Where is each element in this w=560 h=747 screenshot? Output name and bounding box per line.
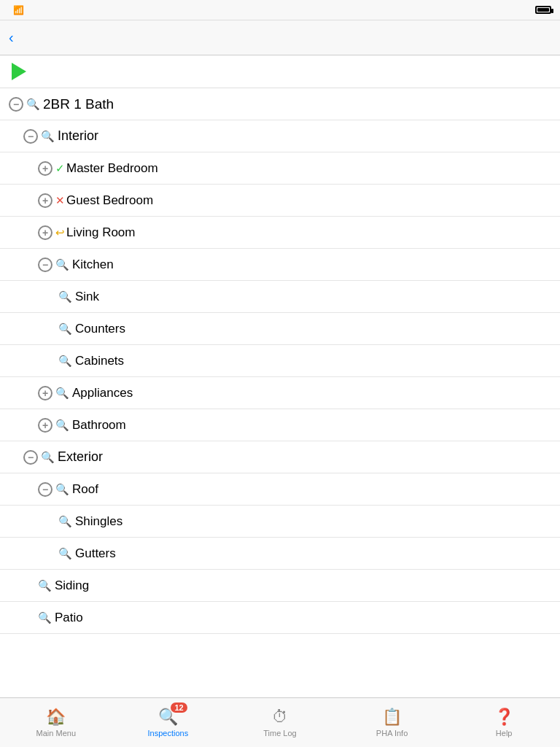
expand-icon-bathroom[interactable]: +: [38, 418, 52, 433]
battery-icon: [535, 6, 551, 14]
row-label-guest-bedroom: Guest Bedroom: [66, 193, 153, 208]
tree-list: −🔍2BR 1 Bath−🔍Interior+✓Master Bedroom+✕…: [0, 88, 560, 634]
inspections-label: Inspections: [148, 729, 189, 738]
row-label-counters: Counters: [75, 322, 125, 336]
pha-info-label: PHA Info: [376, 729, 408, 738]
tree-row-counters[interactable]: 🔍Counters: [0, 313, 560, 345]
collapse-icon-kitchen[interactable]: −: [38, 258, 52, 272]
row-label-patio: Patio: [55, 611, 83, 625]
tab-inspections[interactable]: 🔍12Inspections: [112, 698, 225, 747]
tree-row-gutters[interactable]: 🔍Gutters: [0, 538, 560, 570]
row-label-exterior: Exterior: [58, 449, 103, 465]
tree-row-shingles[interactable]: 🔍Shingles: [0, 506, 560, 538]
tree-row-sink[interactable]: 🔍Sink: [0, 281, 560, 313]
row-label-kitchen: Kitchen: [72, 258, 114, 272]
magnifier-icon-bathroom: 🔍: [55, 419, 69, 432]
row-label-bathroom: Bathroom: [72, 418, 126, 433]
magnifier-icon-appliances: 🔍: [55, 387, 69, 400]
tree-row-roof[interactable]: −🔍Roof: [0, 473, 560, 506]
magnifier-icon-interior: 🔍: [41, 130, 55, 143]
row-label-sink: Sink: [75, 290, 99, 304]
magnifier-icon-cabinets: 🔍: [58, 355, 72, 368]
main-menu-icon: 🏠: [46, 708, 66, 727]
row-label-siding: Siding: [55, 578, 89, 593]
status-left: 📶: [9, 5, 24, 15]
expand-icon-guest-bedroom[interactable]: +: [38, 193, 52, 208]
row-label-master-bedroom: Master Bedroom: [66, 161, 158, 176]
tab-help[interactable]: ❓Help: [448, 698, 560, 747]
tree-row-siding[interactable]: 🔍Siding: [0, 570, 560, 602]
collapse-icon-interior[interactable]: −: [23, 129, 38, 144]
status-x-icon: ✕: [55, 194, 65, 207]
status-check-icon: ✓: [55, 162, 65, 175]
tab-bar: 🏠Main Menu🔍12Inspections⏱Time Log📋PHA In…: [0, 697, 560, 747]
row-label-appliances: Appliances: [72, 386, 133, 400]
inspections-badge: 12: [171, 703, 187, 713]
tab-pha-info[interactable]: 📋PHA Info: [336, 698, 448, 747]
magnifier-icon-shingles: 🔍: [58, 515, 72, 528]
magnifier-icon-exterior: 🔍: [41, 451, 55, 464]
row-label-gutters: Gutters: [75, 546, 116, 561]
wifi-icon: 📶: [13, 5, 24, 15]
row-label-cabinets: Cabinets: [75, 354, 124, 368]
collapse-icon-roof[interactable]: −: [38, 482, 52, 497]
row-label-interior: Interior: [58, 128, 98, 144]
status-right: [531, 6, 551, 14]
magnifier-icon-gutters: 🔍: [58, 547, 72, 560]
magnifier-icon-counters: 🔍: [58, 322, 72, 336]
content-area: −🔍2BR 1 Bath−🔍Interior+✓Master Bedroom+✕…: [0, 55, 560, 684]
tree-row-living-room[interactable]: +↩Living Room: [0, 217, 560, 249]
status-arrow-icon: ↩: [55, 226, 65, 239]
row-label-roof: Roof: [72, 482, 98, 497]
tree-row-guest-bedroom[interactable]: +✕Guest Bedroom: [0, 185, 560, 217]
tree-row-appliances[interactable]: +🔍Appliances: [0, 377, 560, 409]
row-label-shingles: Shingles: [75, 514, 122, 529]
tree-row-bathroom[interactable]: +🔍Bathroom: [0, 409, 560, 441]
expand-icon-master-bedroom[interactable]: +: [38, 161, 52, 176]
tree-row-interior[interactable]: −🔍Interior: [0, 120, 560, 152]
expand-icon-living-room[interactable]: +: [38, 225, 52, 240]
status-bar: 📶: [0, 0, 560, 20]
magnifier-icon-roof: 🔍: [55, 483, 69, 496]
row-label-2br1bath: 2BR 1 Bath: [43, 96, 114, 112]
magnifier-icon-sink: 🔍: [58, 290, 72, 303]
nav-bar: ‹: [0, 20, 560, 55]
collapse-icon-2br1bath[interactable]: −: [9, 97, 23, 112]
tree-row-kitchen[interactable]: −🔍Kitchen: [0, 249, 560, 281]
time-log-icon: ⏱: [272, 708, 288, 727]
magnifier-icon-2br1bath: 🔍: [26, 98, 40, 111]
magnifier-icon-siding: 🔍: [38, 579, 52, 592]
expand-icon-appliances[interactable]: +: [38, 386, 52, 400]
row-label-living-room: Living Room: [66, 225, 136, 240]
tree-row-patio[interactable]: 🔍Patio: [0, 602, 560, 634]
help-icon: ❓: [494, 708, 514, 727]
pha-info-icon: 📋: [382, 708, 402, 727]
collapse-icon-exterior[interactable]: −: [23, 450, 38, 465]
start-inspection-bar[interactable]: [0, 55, 560, 88]
play-icon: [12, 63, 26, 80]
time-log-label: Time Log: [263, 729, 296, 738]
tree-row-2br1bath[interactable]: −🔍2BR 1 Bath: [0, 88, 560, 120]
back-arrow-icon: ‹: [9, 29, 14, 46]
tree-row-exterior[interactable]: −🔍Exterior: [0, 441, 560, 473]
tree-row-cabinets[interactable]: 🔍Cabinets: [0, 345, 560, 377]
tab-time-log[interactable]: ⏱Time Log: [224, 698, 336, 747]
help-label: Help: [496, 729, 513, 738]
magnifier-icon-kitchen: 🔍: [55, 258, 69, 271]
magnifier-icon-patio: 🔍: [38, 611, 52, 624]
tab-main-menu[interactable]: 🏠Main Menu: [0, 698, 112, 747]
tree-row-master-bedroom[interactable]: +✓Master Bedroom: [0, 152, 560, 185]
back-button[interactable]: ‹: [9, 29, 17, 46]
main-menu-label: Main Menu: [36, 729, 76, 738]
